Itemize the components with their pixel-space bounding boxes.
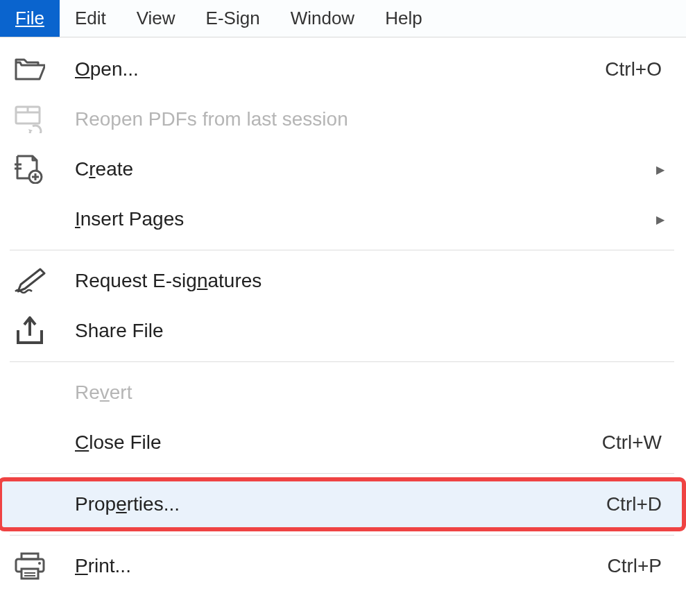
menu-item-label: Revert: [75, 382, 664, 404]
menu-separator: [10, 361, 674, 362]
blank-icon: [10, 376, 50, 409]
menu-item-revert: Revert: [0, 368, 684, 418]
menu-item-label: Reopen PDFs from last session: [75, 108, 664, 130]
menu-item-reopen: Reopen PDFs from last session: [0, 94, 684, 144]
menubar-item-file[interactable]: File: [0, 0, 60, 37]
menu-item-request-signatures[interactable]: Request E-signatures: [0, 256, 684, 306]
menubar-item-window[interactable]: Window: [275, 0, 370, 37]
menubar-item-view[interactable]: View: [121, 0, 191, 37]
menubar: File Edit View E-Sign Window Help: [0, 0, 686, 37]
file-create-icon: [10, 153, 50, 186]
menu-item-label: Properties...: [75, 493, 606, 515]
svg-point-14: [38, 562, 41, 565]
shortcut-text: Ctrl+D: [606, 493, 662, 515]
blank-icon: [10, 488, 50, 521]
folder-open-icon: [10, 53, 50, 86]
menu-item-properties[interactable]: Properties... Ctrl+D: [0, 479, 684, 529]
menubar-item-help[interactable]: Help: [370, 0, 437, 37]
chevron-right-icon: ▶: [653, 213, 664, 226]
menu-separator: [10, 535, 674, 536]
menu-item-label: Open...: [75, 58, 605, 80]
blank-icon: [10, 426, 50, 459]
menu-item-create[interactable]: Create ▶: [0, 144, 684, 194]
menu-item-label: Close File: [75, 431, 602, 454]
share-upload-icon: [10, 314, 50, 348]
shortcut-text: Ctrl+O: [605, 58, 662, 80]
menu-item-share-file[interactable]: Share File: [0, 306, 684, 356]
menu-item-close-file[interactable]: Close File Ctrl+W: [0, 418, 684, 468]
blank-icon: [10, 203, 50, 236]
menu-separator: [10, 250, 674, 250]
menu-item-open[interactable]: Open... Ctrl+O: [0, 44, 684, 94]
menu-separator: [10, 473, 674, 474]
menu-item-label: Insert Pages: [75, 208, 653, 230]
file-menu-dropdown: Open... Ctrl+O Reopen PDFs from last ses…: [0, 37, 684, 591]
reopen-icon: [10, 103, 50, 136]
shortcut-text: Ctrl+W: [602, 431, 662, 454]
menubar-item-esign[interactable]: E-Sign: [191, 0, 275, 37]
print-icon: [10, 549, 50, 583]
menubar-item-edit[interactable]: Edit: [60, 0, 121, 37]
menu-item-label: Share File: [75, 320, 664, 342]
pen-signature-icon: [10, 264, 50, 298]
menu-item-label: Create: [75, 158, 653, 180]
chevron-right-icon: ▶: [653, 163, 664, 176]
menu-item-label: Print...: [75, 555, 607, 577]
menu-item-insert-pages[interactable]: Insert Pages ▶: [0, 194, 684, 244]
shortcut-text: Ctrl+P: [607, 555, 662, 577]
menu-item-print[interactable]: Print... Ctrl+P: [0, 541, 684, 591]
menu-item-label: Request E-signatures: [75, 270, 664, 292]
